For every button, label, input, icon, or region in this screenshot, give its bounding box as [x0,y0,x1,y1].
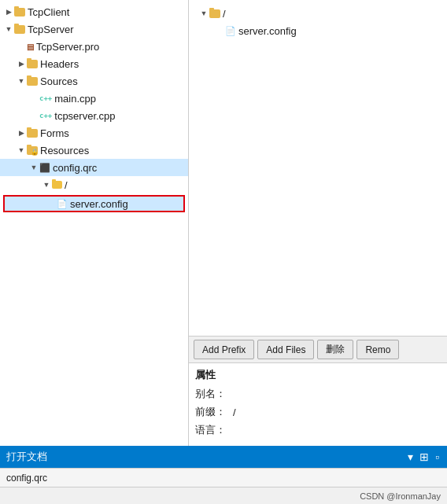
arrow-tcpserver [3,24,14,35]
tree-label-sources: Sources [40,75,78,87]
tree-item-tcpserver-pro[interactable]: ▤ TcpServer.pro [0,38,188,55]
arrow-headers [16,58,27,69]
dropdown-icon[interactable]: ▾ [406,449,415,465]
remove-button[interactable]: Remo [356,340,399,359]
properties-title: 属性 [195,368,441,382]
delete-button[interactable]: 删除 [317,340,353,359]
prefix-row: 前缀： / [195,405,441,419]
tree-label-tcpserver-cpp: tcpserver.cpp [54,110,115,122]
resource-panel: / 📄 server.config Add Prefix Add Files 删… [189,0,447,446]
resource-label-root: / [223,8,226,20]
tree-item-slash[interactable]: / [0,176,188,193]
lang-row: 语言： [195,423,441,437]
pro-icon: ▤ [27,42,34,51]
tree-item-main-cpp[interactable]: c++ main.cpp [0,90,188,107]
tree-item-config-qrc[interactable]: ⬛ config.qrc [0,159,188,176]
arrow-tcpclient [3,6,14,17]
tree-label-tcpserver: TcpServer [28,24,74,35]
folder-locked-icon: 🔒 [27,146,38,155]
bottom-bar-icons: ▾ ⊞ ▫ [406,449,441,465]
right-controls: Add Prefix Add Files 删除 Remo 属性 别名： 前缀： … [189,336,447,446]
resource-item-server-config[interactable]: 📄 server.config [195,22,441,39]
tree-label-server-config: server.config [70,198,128,210]
tree-item-server-config[interactable]: 📄 server.config [3,195,185,212]
filename-text: config.qrc [6,473,47,484]
tree-item-tcpserver-cpp[interactable]: c++ tcpserver.cpp [0,107,188,124]
arrow-root-right [198,8,209,19]
tree-label-tcpclient: TcpClient [28,6,69,18]
arrow-forms [16,127,27,138]
tree-item-resources[interactable]: 🔒 Resources [0,142,188,159]
resource-item-root[interactable]: / [195,5,441,22]
button-row: Add Prefix Add Files 删除 Remo [189,337,447,363]
tree-item-tcpserver[interactable]: TcpServer [0,20,188,38]
cpp-icon-main: c++ [39,94,52,102]
window-icon[interactable]: ▫ [434,449,441,465]
project-tree-panel: TcpClient TcpServer ▤ TcpServer.pro [0,0,189,446]
cpp-icon-tcpserver: c++ [39,112,52,120]
tree-label-forms: Forms [40,127,69,139]
tree-item-headers[interactable]: Headers [0,55,188,72]
alias-row: 别名： [195,387,441,401]
resource-tree[interactable]: / 📄 server.config [189,0,447,336]
arrow-config-qrc [28,162,39,173]
lang-label: 语言： [195,423,233,437]
tree-item-sources[interactable]: Sources [0,72,188,90]
tree-item-tcpclient[interactable]: TcpClient [0,3,188,20]
resource-label-server-config: server.config [238,25,297,37]
tree-label-resources: Resources [40,145,89,156]
tree-label-config-qrc: config.qrc [53,162,97,174]
add-prefix-button[interactable]: Add Prefix [194,340,254,359]
config-file-icon: 📄 [57,199,68,209]
open-doc-button[interactable]: 打开文档 [6,450,47,464]
tree-label-tcpserver-pro: TcpServer.pro [36,41,99,53]
tree-label-main-cpp: main.cpp [54,93,96,105]
status-bar: CSDN @IronmanJay [0,487,447,504]
filename-bar: config.qrc [0,468,447,487]
alias-label: 别名： [195,387,233,401]
add-files-button[interactable]: Add Files [257,340,314,359]
properties-panel: 属性 别名： 前缀： / 语言： [189,363,447,446]
project-tree[interactable]: TcpClient TcpServer ▤ TcpServer.pro [0,0,188,446]
arrow-slash [41,179,52,190]
prefix-label: 前缀： [195,405,233,419]
arrow-sources [16,75,27,86]
prefix-value: / [233,407,236,418]
tree-label-slash: / [65,179,68,191]
resource-config-icon: 📄 [225,26,236,36]
arrow-resources [16,145,27,156]
tree-item-forms[interactable]: Forms [0,124,188,142]
layout-icon[interactable]: ⊞ [418,449,430,465]
status-text: CSDN @IronmanJay [360,491,441,501]
qrc-icon: ⬛ [39,163,50,173]
tree-label-headers: Headers [40,58,79,70]
bottom-bar: 打开文档 ▾ ⊞ ▫ [0,446,447,468]
